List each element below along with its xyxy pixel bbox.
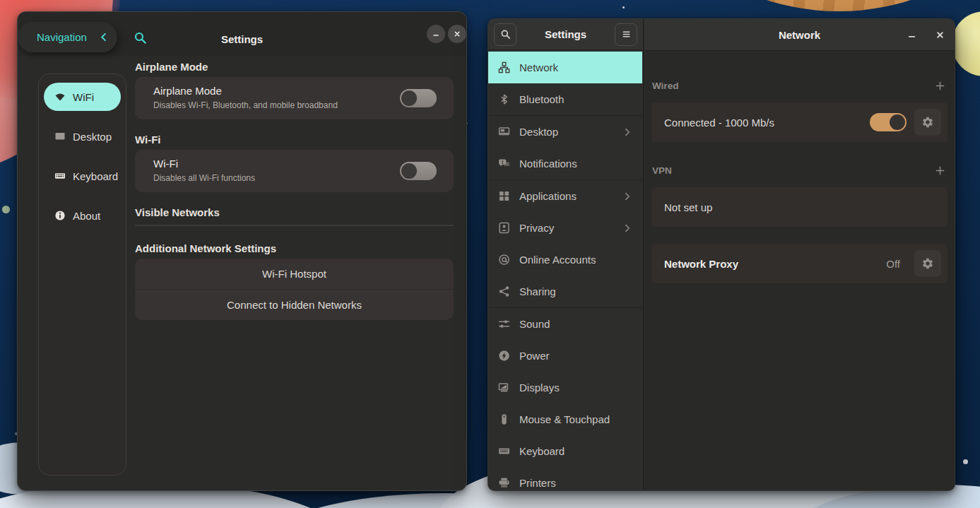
wired-connection-row: Connected - 1000 Mb/s [651, 102, 947, 142]
toggle-knob [401, 163, 417, 179]
airplane-mode-toggle[interactable] [400, 89, 437, 107]
chevron-right-icon [622, 223, 632, 233]
sidebar-item-applications[interactable]: Applications [488, 180, 642, 212]
right-sidebar: Settings NetworkBluetoothDesktopNotifica… [488, 19, 644, 490]
mouse-icon [498, 413, 510, 425]
row-subtitle: Disables Wi-Fi, Bluetooth, and mobile br… [153, 100, 338, 110]
close-button[interactable] [935, 30, 945, 40]
sidebar-item-sound[interactable]: Sound [488, 308, 642, 340]
sidebar-item-privacy[interactable]: Privacy [488, 212, 642, 244]
toggle-knob [401, 90, 417, 106]
sidebar-item-mouse-touchpad[interactable]: Mouse & Touchpad [488, 403, 642, 435]
titlebar[interactable]: Network [644, 19, 955, 51]
toggle-knob [890, 114, 905, 130]
separator [135, 225, 454, 226]
search-button[interactable] [494, 23, 516, 46]
sidebar-header: Settings [488, 19, 643, 50]
sidebar-item-keyboard[interactable]: Keyboard [488, 435, 642, 467]
sidebar-item-label: Online Accounts [519, 254, 596, 266]
network-proxy-row: Network Proxy Off [651, 244, 947, 283]
sidebar-item-sharing[interactable]: Sharing [488, 276, 642, 307]
chevron-left-icon [98, 32, 109, 42]
row-title: Airplane Mode [153, 85, 338, 97]
sound-icon [498, 318, 510, 330]
network-panel: Network Wired Connected - 1000 Mb/s [644, 19, 955, 490]
network-proxy-label: Network Proxy [664, 258, 878, 270]
applications-icon [498, 190, 510, 202]
desktop-icon [54, 131, 66, 142]
wired-settings-button[interactable] [914, 109, 941, 136]
sidebar-item-desktop[interactable]: Desktop [44, 122, 121, 150]
sidebar-item-label: Privacy [519, 222, 554, 234]
sidebar-item-printers[interactable]: Printers [488, 467, 642, 490]
sidebar-item-label: Applications [519, 190, 577, 202]
row-titles: Wi-Fi Disables all Wi-Fi functions [153, 158, 255, 183]
sidebar-item-online-accounts[interactable]: Online Accounts [488, 244, 642, 276]
sharing-icon [498, 285, 510, 297]
gear-icon [921, 116, 934, 129]
proxy-settings-button[interactable] [914, 250, 941, 277]
online-accounts-icon [498, 254, 510, 266]
privacy-icon [498, 222, 510, 234]
network-proxy-status: Off [886, 258, 900, 270]
star-dot [2, 206, 10, 213]
vpn-heading: VPN [651, 165, 672, 176]
sidebar-item-label: Displays [519, 382, 560, 394]
wired-section-header: Wired [651, 78, 945, 93]
keyboard-icon [54, 170, 66, 182]
row-titles: Airplane Mode Disables Wi-Fi, Bluetooth,… [153, 85, 338, 110]
sidebar-item-notifications[interactable]: Notifications [488, 148, 642, 179]
navigation-label: Navigation [37, 31, 87, 43]
settings-window-right: Settings NetworkBluetoothDesktopNotifica… [488, 18, 955, 491]
keyboard-icon [498, 445, 510, 457]
star-dot [963, 459, 968, 464]
wifi-panel: Airplane Mode Airplane Mode Disables Wi-… [135, 12, 454, 490]
sidebar-item-network[interactable]: Network [488, 52, 642, 83]
sidebar-item-wifi[interactable]: WiFi [44, 83, 121, 111]
section-heading-visible-networks: Visible Networks [135, 206, 220, 218]
wifi-hotspot-button[interactable]: Wi-Fi Hotspot [135, 259, 454, 289]
hamburger-icon [621, 29, 632, 40]
sidebar-title: Settings [516, 28, 615, 40]
chevron-right-icon [622, 191, 632, 201]
sidebar-item-label: WiFi [73, 91, 94, 103]
sidebar-item-bluetooth[interactable]: Bluetooth [488, 83, 642, 115]
add-vpn-button[interactable] [935, 165, 945, 176]
sidebar-item-power[interactable]: Power [488, 340, 642, 372]
wifi-row: Wi-Fi Disables all Wi-Fi functions [135, 150, 454, 192]
sidebar-item-label: Bluetooth [519, 93, 564, 105]
wallpaper-orange-planet [603, 0, 980, 11]
close-icon [453, 30, 461, 38]
airplane-mode-row: Airplane Mode Disables Wi-Fi, Bluetooth,… [135, 77, 454, 119]
add-wired-connection-button[interactable] [935, 81, 945, 91]
wired-toggle[interactable] [870, 113, 907, 131]
star-dot [622, 6, 625, 8]
displays-icon [498, 382, 510, 394]
navigation-back-button[interactable]: Navigation [18, 22, 117, 52]
sidebar-item-label: About [73, 210, 100, 222]
connect-hidden-networks-button[interactable]: Connect to Hidden Networks [135, 289, 454, 320]
sidebar-item-label: Desktop [519, 126, 558, 138]
additional-settings-card: Wi-Fi Hotspot Connect to Hidden Networks [135, 259, 454, 320]
bluetooth-icon [498, 93, 510, 105]
sidebar-item-label: Mouse & Touchpad [519, 413, 610, 425]
sidebar-item-keyboard[interactable]: Keyboard [44, 162, 121, 190]
printers-icon [498, 477, 510, 489]
sidebar-item-displays[interactable]: Displays [488, 372, 642, 403]
wired-heading: Wired [651, 81, 678, 91]
sidebar-item-desktop[interactable]: Desktop [488, 116, 642, 148]
sidebar-item-label: Power [519, 350, 550, 362]
sidebar-item-label: Keyboard [519, 445, 565, 457]
vpn-section-header: VPN [651, 163, 945, 177]
network-icon [498, 61, 510, 73]
minimize-button[interactable] [907, 30, 917, 40]
wifi-toggle[interactable] [400, 162, 437, 180]
power-icon [498, 350, 510, 362]
menu-button[interactable] [615, 23, 637, 46]
sidebar-item-about[interactable]: About [44, 201, 121, 230]
vpn-status: Not set up [664, 201, 941, 213]
wallpaper-yellow-moon [952, 11, 980, 76]
desktop2-icon [498, 126, 510, 138]
section-heading-additional: Additional Network Settings [135, 242, 276, 254]
gear-icon [921, 257, 934, 270]
